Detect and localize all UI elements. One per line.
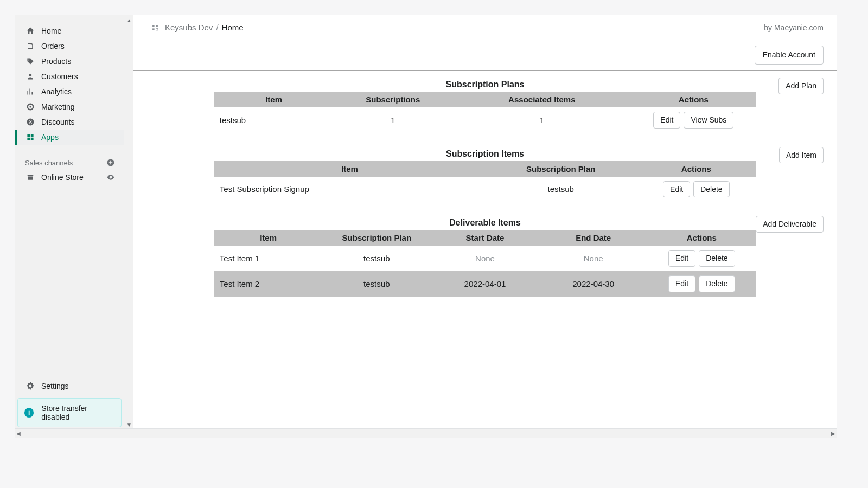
cell-plan: testsub	[485, 177, 637, 202]
cell-plan: testsub	[322, 246, 431, 271]
subscription-items-section: Subscription Items Add Item Item Subscri…	[146, 149, 824, 202]
col-item: Item	[214, 161, 485, 177]
delete-deliverable-button[interactable]: Delete	[699, 275, 735, 292]
cell-item: Test Item 1	[214, 246, 323, 271]
add-item-button[interactable]: Add Item	[779, 147, 824, 164]
add-channel-icon[interactable]	[106, 158, 115, 167]
svg-rect-4	[31, 134, 34, 137]
sidebar-item-label: Home	[41, 27, 61, 35]
cell-item: Test Item 2	[214, 271, 323, 297]
col-actions: Actions	[647, 230, 756, 246]
svg-point-2	[31, 123, 32, 124]
cell-end: 2022-04-30	[539, 271, 648, 297]
sidebar: Home Orders Products Customers Analytics	[15, 15, 124, 429]
sidebar-item-home[interactable]: Home	[15, 23, 124, 38]
svg-rect-5	[27, 138, 30, 140]
sidebar-item-analytics[interactable]: Analytics	[15, 84, 124, 99]
edit-deliverable-button[interactable]: Edit	[668, 275, 695, 292]
table-row: Test Subscription Signup testsub Edit De…	[214, 177, 756, 202]
col-start: Start Date	[431, 230, 539, 246]
edit-deliverable-button[interactable]: Edit	[668, 250, 695, 267]
col-associated: Associated Items	[452, 92, 631, 107]
cell-plan: testsub	[322, 271, 431, 297]
col-plan: Subscription Plan	[485, 161, 637, 177]
svg-rect-10	[152, 28, 155, 30]
table-row: Test Item 2 testsub 2022-04-01 2022-04-3…	[214, 271, 756, 297]
sidebar-item-label: Marketing	[41, 102, 74, 111]
view-subs-button[interactable]: View Subs	[684, 112, 733, 129]
subscription-plans-section: Subscription Plans Add Plan Item Subscri…	[146, 80, 824, 133]
scroll-up-icon[interactable]: ▲	[124, 15, 134, 25]
subscription-plans-table: Item Subscriptions Associated Items Acti…	[214, 92, 756, 133]
apps-icon	[25, 132, 36, 143]
col-item: Item	[214, 230, 323, 246]
store-transfer-notice: i Store transfer disabled	[17, 398, 122, 427]
scroll-left-icon[interactable]: ◀	[16, 431, 21, 436]
analytics-icon	[25, 86, 36, 97]
cell-item: testsub	[214, 107, 334, 133]
scroll-right-icon[interactable]: ▶	[831, 431, 835, 436]
sales-channels-header: Sales channels	[15, 156, 124, 170]
orders-icon	[25, 41, 36, 52]
sales-channels-label: Sales channels	[25, 159, 73, 167]
sidebar-item-label: Analytics	[41, 87, 72, 96]
delete-deliverable-button[interactable]: Delete	[699, 250, 735, 267]
sidebar-item-products[interactable]: Products	[15, 54, 124, 69]
add-deliverable-button[interactable]: Add Deliverable	[756, 216, 824, 233]
sidebar-item-label: Discounts	[41, 118, 74, 126]
sidebar-item-online-store[interactable]: Online Store	[15, 170, 124, 185]
svg-point-1	[29, 120, 30, 121]
account-action-row: Enable Account	[133, 40, 837, 70]
sidebar-item-label: Customers	[41, 72, 78, 81]
add-plan-button[interactable]: Add Plan	[778, 78, 824, 94]
sidebar-item-label: Apps	[41, 133, 59, 142]
breadcrumb-separator: /	[216, 23, 218, 32]
edit-item-button[interactable]: Edit	[663, 181, 690, 198]
sidebar-item-label: Online Store	[41, 173, 106, 182]
edit-plan-button[interactable]: Edit	[653, 112, 680, 129]
horizontal-scrollbar[interactable]: ◀ ▶	[15, 428, 837, 438]
apps-breadcrumb-icon	[151, 23, 159, 32]
sidebar-item-settings[interactable]: Settings	[15, 378, 124, 394]
col-item: Item	[214, 92, 334, 107]
cell-end: None	[539, 246, 648, 271]
home-icon	[25, 25, 36, 36]
delete-item-button[interactable]: Delete	[693, 181, 729, 198]
cell-start: None	[431, 246, 539, 271]
online-store-icon	[25, 172, 36, 183]
main-content: Keysubs Dev / Home by Maeyanie.com Enabl…	[133, 15, 837, 429]
cell-item: Test Subscription Signup	[214, 177, 485, 202]
vertical-scrollbar[interactable]: ▲ ▼	[124, 15, 133, 429]
svg-rect-8	[152, 25, 155, 27]
deliverable-items-section: Deliverable Items Add Deliverable Item S…	[146, 218, 824, 297]
table-row: testsub 1 1 Edit View Subs	[214, 107, 756, 133]
col-end: End Date	[539, 230, 648, 246]
sidebar-item-label: Orders	[41, 42, 65, 50]
col-actions: Actions	[637, 161, 756, 177]
info-icon: i	[24, 408, 34, 418]
breadcrumb-current: Home	[222, 23, 244, 32]
table-row: Test Item 1 testsub None None Edit Delet…	[214, 246, 756, 271]
sidebar-item-apps[interactable]: Apps	[15, 130, 124, 145]
view-store-icon[interactable]	[106, 173, 115, 182]
breadcrumb-app[interactable]: Keysubs Dev	[165, 23, 213, 32]
svg-rect-9	[156, 25, 158, 27]
subscription-plans-title: Subscription Plans	[446, 80, 525, 89]
subscription-items-table: Item Subscription Plan Actions Test Subs…	[214, 161, 756, 202]
cell-associated: 1	[452, 107, 631, 133]
svg-rect-3	[27, 134, 30, 137]
sidebar-item-orders[interactable]: Orders	[15, 38, 124, 54]
sidebar-item-customers[interactable]: Customers	[15, 69, 124, 84]
sidebar-item-marketing[interactable]: Marketing	[15, 99, 124, 114]
discounts-icon	[25, 117, 36, 127]
enable-account-button[interactable]: Enable Account	[755, 46, 824, 65]
marketing-icon	[25, 101, 36, 112]
sidebar-item-discounts[interactable]: Discounts	[15, 114, 124, 130]
notice-text: Store transfer disabled	[41, 404, 114, 421]
byline: by Maeyanie.com	[764, 23, 824, 32]
gear-icon	[25, 381, 36, 391]
products-icon	[25, 56, 36, 67]
breadcrumb: Keysubs Dev / Home	[151, 23, 244, 32]
subscription-items-title: Subscription Items	[446, 149, 524, 159]
sidebar-item-label: Products	[41, 57, 71, 66]
